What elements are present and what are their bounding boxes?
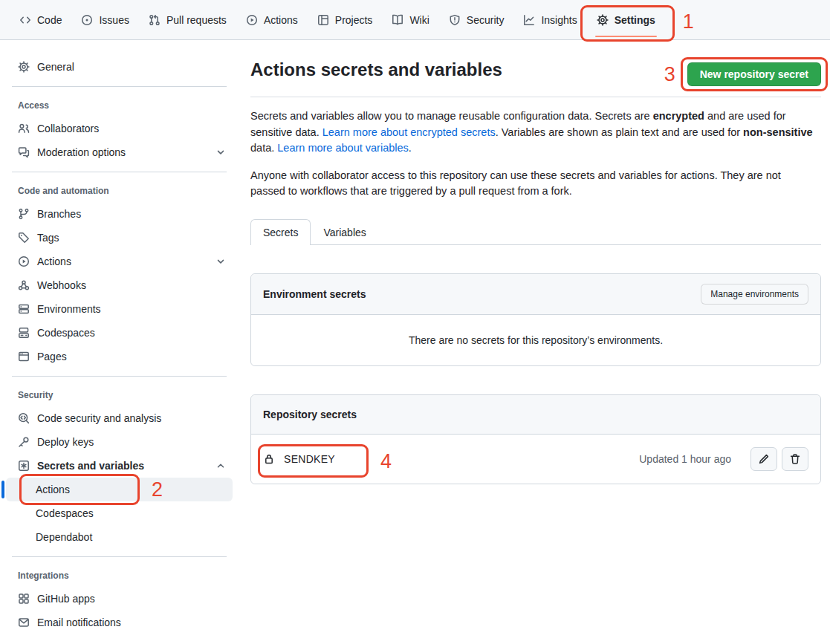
intro-bold-non-sensitive: non-sensitive: [743, 126, 812, 138]
gear-icon: [597, 14, 609, 26]
sidebar-section-security: Security: [6, 384, 233, 406]
sidebar-item-github-apps[interactable]: GitHub apps: [6, 587, 233, 611]
sidebar-item-label: Tags: [37, 232, 59, 244]
sidebar-item-label: Branches: [37, 208, 81, 220]
edit-secret-button[interactable]: [750, 447, 777, 471]
sidebar-item-label: Code security and analysis: [37, 412, 161, 424]
tab-actions[interactable]: Actions: [239, 0, 305, 39]
tab-code[interactable]: Code: [12, 0, 69, 39]
sidebar-item-label: Webhooks: [37, 279, 86, 291]
tab-secrets[interactable]: Secrets: [250, 219, 311, 245]
tab-pull-requests-label: Pull requests: [166, 14, 227, 26]
intro-text-segment: data.: [250, 142, 277, 154]
gear-icon: [18, 61, 30, 73]
webhook-icon: [18, 279, 30, 291]
tab-code-label: Code: [37, 14, 62, 26]
tab-pull-requests[interactable]: Pull requests: [141, 0, 234, 39]
sidebar-divider: [12, 172, 227, 172]
secret-updated-text: Updated 1 hour ago: [639, 453, 731, 465]
codespaces-icon: [18, 327, 30, 339]
sidebar-item-actions[interactable]: Actions: [6, 250, 233, 273]
learn-more-variables-link[interactable]: Learn more about variables: [277, 142, 409, 154]
secret-row: SENDKEY 4 Updated 1 hour ago: [251, 435, 820, 484]
sidebar-item-email-notifications[interactable]: Email notifications: [6, 611, 233, 634]
play-icon: [18, 256, 30, 267]
tab-projects[interactable]: Projects: [310, 0, 380, 39]
sidebar-item-general[interactable]: General: [6, 55, 233, 79]
sidebar-subitem-codespaces-secrets[interactable]: Codespaces: [6, 501, 233, 525]
page-title: Actions secrets and variables: [250, 59, 502, 80]
book-icon: [392, 14, 403, 26]
key-icon: [18, 436, 30, 448]
tab-insights[interactable]: Insights: [516, 0, 584, 39]
sidebar-subitem-actions-secrets[interactable]: Actions 2: [6, 478, 233, 501]
repo-tab-bar: Code Issues Pull requests Actions Projec…: [0, 0, 830, 40]
trash-icon: [789, 453, 801, 465]
tab-projects-label: Projects: [335, 14, 373, 26]
secrets-variables-tabnav: Secrets Variables: [250, 219, 821, 245]
main-content: Actions secrets and variables 3 New repo…: [250, 40, 830, 484]
learn-more-encrypted-secrets-link[interactable]: Learn more about encrypted secrets: [322, 126, 496, 138]
shield-icon: [449, 14, 461, 26]
pencil-icon: [758, 453, 770, 465]
tab-variables[interactable]: Variables: [311, 219, 378, 245]
repository-secrets-card: Repository secrets SENDKEY 4 Updated 1 h…: [250, 394, 821, 484]
intro-paragraph-2: Anyone with collaborator access to this …: [250, 168, 813, 200]
sidebar-item-label: Codespaces: [37, 327, 95, 339]
key-asterisk-icon: [18, 460, 30, 472]
sidebar-item-deploy-keys[interactable]: Deploy keys: [6, 430, 233, 454]
server-icon: [18, 303, 30, 315]
delete-secret-button[interactable]: [782, 447, 808, 471]
sidebar-divider: [12, 556, 227, 557]
tab-wiki-label: Wiki: [409, 14, 429, 26]
intro-text-segment: . Variables are shown as plain text and …: [496, 126, 743, 138]
intro-text: Secrets and variables allow you to manag…: [250, 108, 821, 200]
tab-issues[interactable]: Issues: [74, 0, 136, 39]
play-icon: [246, 14, 258, 26]
tab-issues-label: Issues: [99, 14, 129, 26]
repository-secrets-title: Repository secrets: [263, 409, 357, 420]
git-branch-icon: [18, 208, 30, 220]
sidebar-item-code-security[interactable]: Code security and analysis: [6, 406, 233, 430]
projects-table-icon: [317, 14, 329, 26]
tab-settings[interactable]: Settings 1: [589, 0, 663, 39]
sidebar-divider: [12, 86, 227, 87]
tab-security[interactable]: Security: [441, 0, 512, 39]
sidebar-item-label: Actions: [37, 256, 207, 267]
annotation-number-4: 4: [380, 452, 392, 472]
sidebar-item-label: Collaborators: [37, 123, 99, 134]
manage-environments-button[interactable]: Manage environments: [701, 284, 808, 305]
sidebar-item-moderation-options[interactable]: Moderation options: [6, 140, 233, 164]
tab-security-label: Security: [467, 14, 505, 26]
lock-icon: [263, 453, 275, 465]
sidebar-item-label: Moderation options: [37, 146, 207, 158]
sidebar-item-collaborators[interactable]: Collaborators: [6, 117, 233, 140]
intro-bold-encrypted: encrypted: [653, 110, 704, 122]
sidebar-item-webhooks[interactable]: Webhooks: [6, 273, 233, 297]
sidebar-section-access: Access: [6, 94, 233, 117]
sidebar-item-codespaces[interactable]: Codespaces: [6, 321, 233, 345]
browser-icon: [18, 351, 30, 362]
apps-icon: [18, 593, 30, 605]
tab-wiki[interactable]: Wiki: [384, 0, 436, 39]
sidebar-item-environments[interactable]: Environments: [6, 297, 233, 321]
secret-name: SENDKEY: [284, 453, 335, 465]
sidebar-item-secrets-and-variables[interactable]: Secrets and variables: [6, 454, 233, 478]
sidebar-subitem-label: Dependabot: [36, 531, 92, 543]
sidebar-subitem-dependabot-secrets[interactable]: Dependabot: [6, 525, 233, 549]
settings-sidebar: General Access Collaborators Moderation …: [0, 40, 239, 634]
comment-discussion-icon: [18, 146, 30, 158]
environment-secrets-card: Environment secrets Manage environments …: [250, 273, 821, 366]
new-repository-secret-button[interactable]: New repository secret: [687, 62, 821, 86]
sidebar-item-tags[interactable]: Tags: [6, 226, 233, 250]
sidebar-item-branches[interactable]: Branches: [6, 202, 233, 226]
environment-secrets-empty-text: There are no secrets for this repository…: [251, 315, 820, 365]
annotation-number-2: 2: [152, 480, 163, 500]
code-icon: [19, 14, 31, 26]
sidebar-item-pages[interactable]: Pages: [6, 345, 233, 368]
people-icon: [18, 123, 30, 134]
pull-request-icon: [149, 14, 161, 26]
sidebar-item-label: Deploy keys: [37, 436, 94, 448]
sidebar-divider: [12, 376, 227, 377]
sidebar-item-label: GitHub apps: [37, 593, 95, 605]
